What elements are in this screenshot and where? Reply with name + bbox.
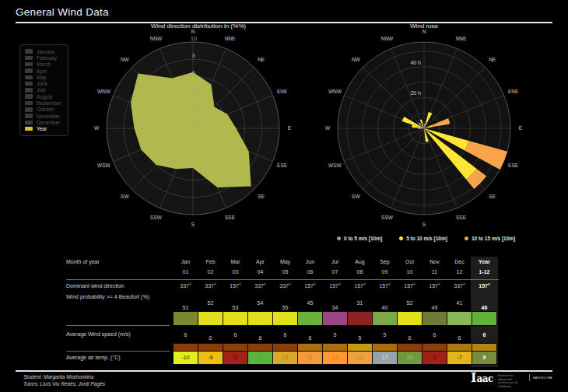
legend-label: March <box>37 61 51 67</box>
speed-cell <box>273 344 297 351</box>
month-header: May <box>273 259 297 264</box>
legend-swatch <box>25 68 33 73</box>
month-number: 12 <box>447 269 472 275</box>
legend-label: Year <box>37 126 47 131</box>
legend-item-october[interactable]: October <box>25 107 61 113</box>
temp-cell: 24 <box>323 352 347 364</box>
radial-tick-label: 2 <box>192 105 195 110</box>
probability-value: 51 <box>174 305 198 310</box>
legend-swatch <box>25 107 33 112</box>
temp-cell: 0 <box>422 352 447 364</box>
month-header: Mar <box>223 259 247 264</box>
speed-value: 6 <box>472 332 496 338</box>
probability-value: 52 <box>198 300 223 306</box>
month-number: 07 <box>323 269 347 275</box>
speed-cell <box>422 344 447 351</box>
month-number: 01 <box>174 269 198 275</box>
radial-tick-label: 6 <box>192 70 195 75</box>
speed-value: 6 <box>223 332 247 338</box>
month-number: 08 <box>348 269 372 275</box>
legend-item-november[interactable]: November <box>25 113 61 119</box>
legend-item-february[interactable]: February <box>25 54 61 61</box>
month-legend: JanuaryFebruaryMarchAprilMayJuneJulyAugu… <box>19 44 68 136</box>
legend-label: 0 to 5 m/s [10m] <box>344 236 382 241</box>
compass-label: E <box>288 125 292 131</box>
temp-cell: -7 <box>447 352 472 364</box>
legend-item-december[interactable]: December <box>25 119 61 125</box>
legend-swatch <box>25 75 33 80</box>
month-number: 03 <box>223 269 247 275</box>
row-label-probability: Wind probability >= 4 Beaufort (%) <box>66 294 149 299</box>
probability-value: 34 <box>323 305 347 310</box>
compass-label: NE <box>489 57 496 62</box>
wind-speed-legend-item[interactable]: 0 to 5 m/s [10m] <box>337 236 382 241</box>
compass-label: ENE <box>277 89 288 94</box>
wind-speed-legend-item[interactable]: 10 to 15 m/s [10m] <box>465 236 515 241</box>
speed-cell <box>472 344 496 351</box>
compass-label: WNW <box>328 89 342 94</box>
direction-value: 157° <box>398 283 422 289</box>
compass-label: SW <box>352 194 360 199</box>
legend-item-august[interactable]: August <box>25 93 61 100</box>
probability-value: 31 <box>348 300 372 306</box>
compass-label: ESE <box>508 163 519 168</box>
speed-value: 5 <box>323 332 347 338</box>
compass-label: W <box>325 125 331 131</box>
probability-cell <box>298 312 322 325</box>
direction-value: 157° <box>373 283 397 289</box>
temp-cell: 15 <box>273 352 297 364</box>
iaac-logo-city: BARCELONA <box>529 374 552 381</box>
temp-cell: 17 <box>373 352 397 364</box>
temp-cell: 21 <box>298 352 322 364</box>
direction-value: 157° <box>298 283 322 289</box>
speed-cell <box>323 344 347 351</box>
legend-label: 5 to 10 m/s [10m] <box>406 236 447 241</box>
legend-item-march[interactable]: March <box>25 61 61 68</box>
probability-value: 45 <box>298 300 322 306</box>
probability-cell <box>447 312 472 325</box>
month-number: 02 <box>198 269 223 275</box>
radial-tick-label: 0 <box>192 122 195 128</box>
probability-cell <box>373 312 397 325</box>
legend-item-january[interactable]: January <box>25 48 61 54</box>
legend-swatch <box>25 62 33 67</box>
legend-item-september[interactable]: September <box>25 100 61 106</box>
probability-cell <box>273 312 297 325</box>
probability-value: 52 <box>398 300 422 306</box>
temp-separator-line <box>66 351 170 352</box>
legend-item-may[interactable]: May <box>25 74 61 80</box>
legend-item-year[interactable]: Year <box>25 126 61 132</box>
row-label-direction: Dominant wind direction <box>66 283 124 289</box>
row-label-speed: Average Wind speed (m/s) <box>66 331 131 337</box>
radial-tick-label: 20 h <box>410 90 421 96</box>
speed-value: 6 <box>198 335 223 341</box>
legend-item-june[interactable]: June <box>25 80 61 86</box>
legend-label: June <box>37 81 47 86</box>
compass-label: W <box>94 125 100 131</box>
speed-value: 6 <box>248 335 272 341</box>
legend-label: May <box>37 75 46 80</box>
speed-cell <box>174 344 198 351</box>
compass-label: S <box>191 222 195 227</box>
speed-separator-line <box>66 325 170 326</box>
legend-item-april[interactable]: April <box>25 68 61 74</box>
probability-value: 40 <box>373 305 397 310</box>
speed-value: 6 <box>298 335 322 341</box>
temp-cell: 0 <box>223 352 247 364</box>
legend-label: October <box>37 107 54 112</box>
wind-speed-legend-item[interactable]: 5 to 10 m/s [10m] <box>399 236 447 241</box>
temp-cell: -10 <box>174 352 198 364</box>
compass-label: E <box>519 125 523 131</box>
month-header: Dec <box>447 259 472 264</box>
wind-data-table: Month of yearDominant wind directionWind… <box>66 257 503 372</box>
compass-label: WNW <box>97 89 111 94</box>
month-header: Year <box>472 259 496 264</box>
row-label-temp: Average air temp. (°C) <box>66 355 121 360</box>
compass-label: ESE <box>277 163 288 168</box>
compass-label: NW <box>352 57 361 62</box>
month-header: Jan <box>174 259 198 264</box>
temp-cell: 10 <box>398 352 422 364</box>
month-header: Apr <box>248 259 272 264</box>
month-number: 09 <box>373 269 397 275</box>
legend-item-july[interactable]: July <box>25 87 61 93</box>
